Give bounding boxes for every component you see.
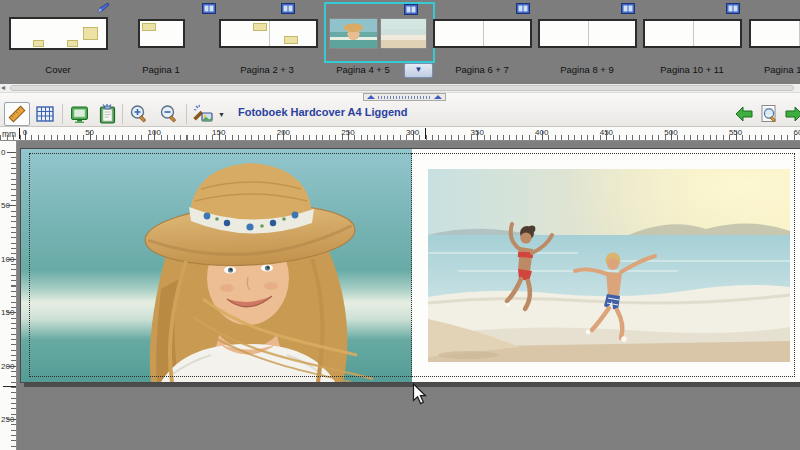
clipboard-icon: [98, 104, 117, 124]
screen-preview-button[interactable]: [66, 102, 92, 126]
ruler-origin-marker: [19, 128, 20, 139]
h-ruler-major-tick: [154, 131, 155, 140]
zoom-in-icon: [129, 104, 149, 124]
pencil-icon: [97, 2, 110, 14]
thumbnail-pages-8-9[interactable]: [538, 19, 637, 48]
zoom-in-button[interactable]: [126, 102, 152, 126]
chevron-down-icon: ▼: [218, 111, 225, 118]
filmstrip-scrollbar[interactable]: ◂: [0, 84, 800, 93]
filmstrip-label-pages-2-3: Pagina 2 + 3: [240, 64, 294, 76]
editor-canvas[interactable]: [17, 141, 800, 450]
sticky-note: [284, 36, 298, 44]
thumbnail-pages-6-7[interactable]: [433, 19, 532, 48]
page-options-dropdown[interactable]: ▼: [404, 63, 433, 78]
h-ruler-major-tick: [348, 131, 349, 140]
filmstrip-label-cover: Cover: [45, 64, 70, 76]
thumbnail-pages-2-3[interactable]: [219, 19, 318, 48]
page-split-line: [483, 21, 484, 46]
h-ruler-major-tick: [477, 131, 478, 140]
previous-page-button[interactable]: [731, 102, 757, 126]
sticky-note: [253, 23, 267, 31]
sticky-note: [142, 23, 156, 31]
right-page-photo[interactable]: [428, 169, 790, 362]
page-preview-icon: [759, 104, 779, 124]
filmstrip-collapse-handle[interactable]: [363, 93, 446, 101]
page-split-line: [693, 21, 694, 46]
v-ruler: 050100150200250: [0, 141, 17, 450]
thumbnail-pages-4-5-left-photo[interactable]: [329, 18, 378, 49]
green-arrow-left-icon: [735, 106, 753, 122]
filmstrip-label-pages-12-13: Pagina 12 + 13: [764, 64, 800, 76]
green-arrow-right-icon: [785, 106, 800, 122]
cursor-x-marker: [425, 128, 426, 139]
h-ruler-major-tick: [671, 131, 672, 140]
thumbnail-pages-4-5-right-photo[interactable]: [380, 18, 427, 49]
handle-grip-dots: [378, 96, 431, 99]
open-book-icon: [404, 4, 418, 15]
wizard-dropdown-arrow[interactable]: ▼: [216, 102, 227, 126]
v-ruler-major-tick: [7, 312, 16, 313]
h-ruler-major-tick: [736, 131, 737, 140]
h-ruler-label: 600: [794, 128, 800, 137]
open-book-icon: [202, 3, 216, 14]
toolbar-separator: [186, 104, 187, 124]
v-ruler-major-tick: [7, 366, 16, 367]
toolbar-separator: [62, 104, 63, 124]
open-book-icon: [516, 3, 530, 14]
autofill-wizard-button[interactable]: [190, 102, 216, 126]
page-preview-button[interactable]: [756, 102, 782, 126]
girl-with-straw-hat-photo: [21, 149, 412, 382]
open-book-icon: [621, 3, 635, 14]
page-spread[interactable]: [20, 148, 800, 383]
filmstrip-label-pages-6-7: Pagina 6 + 7: [455, 64, 509, 76]
v-ruler-label: 0: [1, 148, 5, 157]
v-ruler-major-tick: [7, 152, 16, 153]
main-toolbar: ▼ Fotoboek Hardcover A4 Liggend: [0, 93, 800, 127]
scrollbar-thumb[interactable]: [10, 85, 794, 91]
next-page-button[interactable]: [781, 102, 800, 126]
h-ruler-major-tick: [542, 131, 543, 140]
spread-center-divider: [411, 153, 412, 377]
thumbnail-cover[interactable]: [9, 17, 108, 50]
zoom-out-button[interactable]: [156, 102, 182, 126]
collapse-up-icon: [434, 95, 442, 99]
v-ruler-major-tick: [7, 259, 16, 260]
sticky-note: [33, 40, 44, 47]
v-ruler-major-tick: [7, 205, 16, 206]
chevron-down-icon: ▼: [415, 65, 423, 74]
left-page-photo[interactable]: [21, 149, 412, 382]
page-split-line: [799, 21, 800, 46]
h-ruler-major-tick: [413, 131, 414, 140]
scroll-left-arrow-icon[interactable]: ◂: [1, 83, 5, 92]
open-book-icon: [281, 3, 295, 14]
paste-button[interactable]: [94, 102, 120, 126]
sticky-note: [67, 40, 78, 47]
h-ruler-major-tick: [90, 131, 91, 140]
product-title: Fotoboek Hardcover A4 Liggend: [238, 106, 408, 118]
h-ruler-major-tick: [25, 131, 26, 140]
monitor-icon: [70, 105, 89, 124]
filmstrip-label-pages-8-9: Pagina 8 + 9: [560, 64, 614, 76]
thumbnail-pages-10-11[interactable]: [643, 19, 742, 48]
grid-toggle-button[interactable]: [32, 102, 58, 126]
sticky-note: [83, 27, 98, 40]
open-book-icon: [726, 3, 740, 14]
h-ruler-major-tick: [219, 131, 220, 140]
kids-jumping-in-surf-photo: [428, 169, 790, 362]
h-ruler-ticks: [0, 135, 800, 140]
h-ruler-major-tick: [283, 131, 284, 140]
page-split-line: [269, 21, 270, 46]
thumbnail-pages-12-13[interactable]: [749, 19, 800, 48]
ruler-toggle-button[interactable]: [4, 102, 30, 126]
grid-icon: [36, 105, 54, 123]
photobook-editor-window: { "filmstrip": { "items": [ {"label": "C…: [0, 0, 800, 450]
filmstrip-label-page-1: Pagina 1: [142, 64, 180, 76]
thumbnail-page-1[interactable]: [138, 19, 185, 48]
ruler-icon: [7, 104, 27, 124]
toolbar-separator: [122, 104, 123, 124]
filmstrip-label-pages-10-11: Pagina 10 + 11: [660, 64, 723, 76]
h-ruler-major-tick: [606, 131, 607, 140]
filmstrip-label-pages-4-5: Pagina 4 + 5: [336, 64, 390, 76]
magic-wand-icon: [193, 104, 214, 124]
right-page[interactable]: [412, 149, 800, 382]
